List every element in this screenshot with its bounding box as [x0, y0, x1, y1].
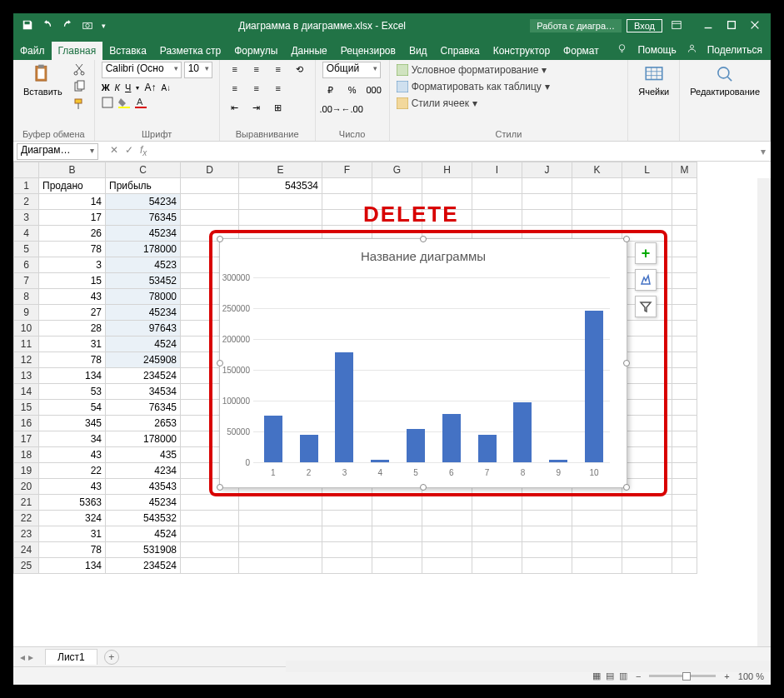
tab-review[interactable]: Рецензиров: [334, 42, 402, 60]
cell-styles-button[interactable]: Стили ячеек▾: [397, 95, 550, 112]
decrease-indent-icon[interactable]: ⇤: [227, 100, 243, 115]
tab-insert[interactable]: Вставка: [102, 42, 153, 60]
editing-button[interactable]: Редактирование: [687, 62, 763, 98]
svg-rect-17: [135, 107, 147, 108]
share-icon[interactable]: [687, 43, 697, 57]
page-break-view-icon[interactable]: ▥: [619, 671, 627, 681]
sheet-nav-last-icon[interactable]: ▸: [28, 651, 33, 663]
underline-button[interactable]: Ч: [125, 82, 131, 92]
increase-decimal-icon[interactable]: .00→: [322, 102, 339, 117]
name-box[interactable]: Диаграм…: [17, 143, 98, 160]
align-top-icon[interactable]: ≡: [227, 62, 243, 77]
zoom-slider[interactable]: [649, 675, 716, 677]
sheet-tab[interactable]: Лист1: [45, 649, 97, 665]
lightbulb-icon[interactable]: [617, 43, 627, 57]
format-painter-icon[interactable]: [71, 97, 87, 112]
vertical-scrollbar[interactable]: [757, 178, 771, 646]
merge-icon[interactable]: ⊞: [270, 100, 287, 115]
enter-formula-icon[interactable]: ✓: [125, 144, 133, 157]
tab-data[interactable]: Данные: [284, 42, 333, 60]
embedded-chart[interactable]: Название диаграммы 050000100000150000200…: [219, 238, 627, 488]
percent-icon[interactable]: %: [344, 82, 361, 97]
expand-formula-icon[interactable]: ▾: [756, 146, 771, 157]
decrease-decimal-icon[interactable]: ←.00: [344, 102, 361, 117]
chart-elements-button[interactable]: +: [635, 242, 657, 264]
maximize-icon[interactable]: [726, 19, 737, 33]
paste-button[interactable]: Вставить: [20, 62, 66, 98]
italic-button[interactable]: К: [115, 82, 120, 92]
chart-styles-button[interactable]: [635, 269, 657, 291]
svg-rect-12: [77, 81, 84, 89]
comma-icon[interactable]: 000: [366, 82, 382, 97]
svg-point-4: [620, 45, 626, 51]
chart-bar[interactable]: [478, 435, 497, 462]
format-as-table-button[interactable]: Форматировать как таблицу▾: [397, 78, 550, 95]
chart-bar[interactable]: [585, 311, 603, 462]
chart-title[interactable]: Название диаграммы: [220, 239, 627, 267]
chart-bar[interactable]: [442, 414, 461, 462]
currency-icon[interactable]: ₽: [322, 82, 339, 97]
tab-home[interactable]: Главная: [52, 42, 103, 60]
orientation-icon[interactable]: ⟲: [292, 62, 308, 77]
decrease-font-icon[interactable]: A↓: [161, 83, 171, 92]
chart-bar[interactable]: [407, 429, 425, 462]
number-format-combo[interactable]: Общий: [322, 62, 381, 78]
chart-plot-area[interactable]: 0500001000001500002000002500003000001234…: [253, 277, 610, 462]
save-icon[interactable]: [22, 19, 33, 33]
fx-icon[interactable]: fx: [140, 144, 147, 157]
undo-icon[interactable]: [42, 19, 53, 33]
normal-view-icon[interactable]: ▦: [592, 671, 601, 681]
chart-filters-button[interactable]: [635, 296, 657, 317]
ribbon-options-icon[interactable]: [671, 19, 682, 33]
increase-font-icon[interactable]: A↑: [144, 82, 156, 93]
font-name-combo[interactable]: Calibri (Осно: [102, 62, 182, 78]
minimize-icon[interactable]: [702, 19, 714, 33]
share-label[interactable]: Поделиться: [707, 44, 762, 56]
bold-button[interactable]: Ж: [102, 82, 110, 92]
chart-bar[interactable]: [371, 460, 389, 462]
zoom-in-icon[interactable]: +: [724, 671, 729, 681]
sheet-nav-first-icon[interactable]: ◂: [20, 651, 25, 663]
add-sheet-button[interactable]: +: [104, 650, 119, 665]
tab-view[interactable]: Вид: [402, 42, 434, 60]
tab-design[interactable]: Конструктор: [487, 42, 557, 60]
sign-in-button[interactable]: Вход: [627, 19, 662, 32]
borders-icon[interactable]: [102, 97, 113, 110]
redo-icon[interactable]: [62, 19, 73, 33]
tellme-label[interactable]: Помощь: [637, 44, 676, 56]
copy-icon[interactable]: [71, 79, 87, 94]
chart-bar[interactable]: [549, 460, 567, 462]
chart-bar[interactable]: [264, 416, 282, 462]
camera-icon[interactable]: [82, 19, 93, 33]
tab-formulas[interactable]: Формулы: [227, 42, 284, 60]
font-size-combo[interactable]: 10: [184, 62, 212, 78]
increase-indent-icon[interactable]: ⇥: [248, 100, 265, 115]
chart-bar[interactable]: [335, 352, 353, 462]
tab-help[interactable]: Справка: [434, 42, 487, 60]
align-left-icon[interactable]: ≡: [227, 81, 243, 96]
align-center-icon[interactable]: ≡: [248, 81, 265, 96]
tab-format[interactable]: Формат: [557, 42, 606, 60]
worksheet-grid[interactable]: BCDEFGHIJKLM1ПроданоПрибыль5435342145423…: [13, 162, 771, 646]
tab-file[interactable]: Файл: [13, 42, 52, 60]
group-styles-label: Стили: [397, 127, 622, 141]
tab-pagelayout[interactable]: Разметка стр: [153, 42, 227, 60]
close-icon[interactable]: [749, 19, 761, 33]
cells-button[interactable]: Ячейки: [635, 62, 672, 98]
font-color-icon[interactable]: A: [135, 97, 147, 110]
cut-icon[interactable]: [71, 62, 87, 77]
page-layout-view-icon[interactable]: ▤: [606, 671, 614, 681]
chart-bar[interactable]: [300, 435, 318, 462]
conditional-formatting-button[interactable]: Условное форматирование▾: [397, 62, 550, 78]
cancel-formula-icon[interactable]: ✕: [110, 144, 118, 157]
align-middle-icon[interactable]: ≡: [248, 62, 265, 77]
qat-dropdown-icon[interactable]: ▾: [102, 22, 106, 30]
svg-rect-7: [38, 65, 44, 68]
zoom-out-icon[interactable]: −: [636, 671, 641, 681]
fill-color-icon[interactable]: [118, 97, 130, 110]
align-right-icon[interactable]: ≡: [270, 81, 287, 96]
horizontal-scrollbar[interactable]: [286, 661, 771, 672]
align-bottom-icon[interactable]: ≡: [270, 62, 287, 77]
chart-bar[interactable]: [513, 402, 532, 462]
zoom-level[interactable]: 100 %: [738, 671, 764, 681]
